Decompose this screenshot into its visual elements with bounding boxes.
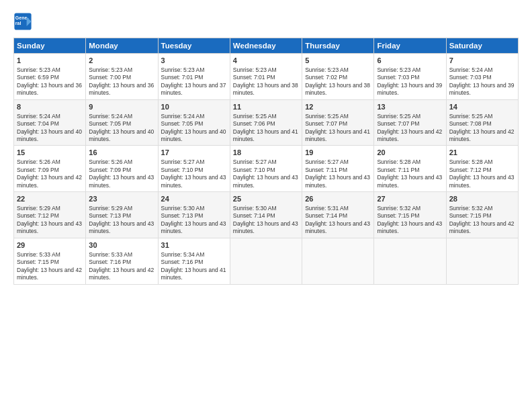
calendar-cell: 7Sunrise: 5:24 AMSunset: 7:03 PMDaylight…	[446, 54, 518, 100]
calendar-cell: 8Sunrise: 5:24 AMSunset: 7:04 PMDaylight…	[14, 99, 86, 146]
day-number: 30	[89, 240, 154, 250]
week-row-4: 22Sunrise: 5:29 AMSunset: 7:12 PMDayligh…	[14, 192, 519, 238]
col-header-friday: Friday	[374, 38, 446, 54]
logo: Gene- ral	[13, 12, 35, 31]
calendar-cell: 14Sunrise: 5:25 AMSunset: 7:08 PMDayligh…	[446, 99, 518, 146]
day-number: 6	[377, 56, 443, 66]
calendar-cell: 23Sunrise: 5:29 AMSunset: 7:13 PMDayligh…	[86, 192, 158, 238]
day-number: 16	[89, 148, 154, 158]
page: Gene- ral SundayMondayTuesdayWednesdayTh…	[0, 0, 532, 411]
day-number: 5	[305, 56, 371, 66]
col-header-sunday: Sunday	[14, 38, 86, 54]
day-number: 15	[17, 148, 83, 158]
day-number: 12	[305, 102, 371, 112]
day-number: 1	[17, 56, 83, 66]
calendar-cell: 13Sunrise: 5:25 AMSunset: 7:07 PMDayligh…	[374, 99, 446, 146]
calendar-cell: 29Sunrise: 5:33 AMSunset: 7:15 PMDayligh…	[14, 238, 86, 284]
calendar-cell: 4Sunrise: 5:23 AMSunset: 7:01 PMDaylight…	[230, 54, 302, 100]
calendar-table: SundayMondayTuesdayWednesdayThursdayFrid…	[13, 38, 519, 285]
day-number: 3	[161, 56, 227, 66]
calendar-cell: 25Sunrise: 5:30 AMSunset: 7:14 PMDayligh…	[230, 192, 302, 238]
calendar-cell: 12Sunrise: 5:25 AMSunset: 7:07 PMDayligh…	[302, 99, 374, 146]
day-number: 25	[233, 194, 299, 204]
calendar-cell: 18Sunrise: 5:27 AMSunset: 7:10 PMDayligh…	[230, 146, 302, 192]
day-number: 19	[305, 148, 371, 158]
calendar-cell: 21Sunrise: 5:28 AMSunset: 7:12 PMDayligh…	[446, 146, 518, 192]
calendar-cell: 16Sunrise: 5:26 AMSunset: 7:09 PMDayligh…	[86, 146, 158, 192]
day-number: 2	[89, 56, 154, 66]
calendar-cell: 9Sunrise: 5:24 AMSunset: 7:05 PMDaylight…	[86, 99, 158, 146]
logo-icon: Gene- ral	[13, 12, 32, 31]
calendar-cell: 24Sunrise: 5:30 AMSunset: 7:13 PMDayligh…	[158, 192, 230, 238]
calendar-cell: 1Sunrise: 5:23 AMSunset: 6:59 PMDaylight…	[14, 54, 86, 100]
calendar-cell: 6Sunrise: 5:23 AMSunset: 7:03 PMDaylight…	[374, 54, 446, 100]
day-number: 21	[449, 148, 515, 158]
calendar-cell: 22Sunrise: 5:29 AMSunset: 7:12 PMDayligh…	[14, 192, 86, 238]
week-row-5: 29Sunrise: 5:33 AMSunset: 7:15 PMDayligh…	[14, 238, 519, 284]
calendar-cell: 3Sunrise: 5:23 AMSunset: 7:01 PMDaylight…	[158, 54, 230, 100]
day-number: 27	[377, 194, 443, 204]
day-number: 28	[449, 194, 515, 204]
calendar-cell	[230, 238, 302, 284]
col-header-saturday: Saturday	[446, 38, 518, 54]
week-row-1: 1Sunrise: 5:23 AMSunset: 6:59 PMDaylight…	[14, 54, 519, 100]
day-number: 23	[89, 194, 154, 204]
calendar-cell: 15Sunrise: 5:26 AMSunset: 7:09 PMDayligh…	[14, 146, 86, 192]
day-number: 14	[449, 102, 515, 112]
col-header-wednesday: Wednesday	[230, 38, 302, 54]
header: Gene- ral	[13, 12, 519, 31]
calendar-cell: 31Sunrise: 5:34 AMSunset: 7:16 PMDayligh…	[158, 238, 230, 284]
day-number: 13	[377, 102, 443, 112]
day-number: 4	[233, 56, 299, 66]
calendar-cell: 20Sunrise: 5:28 AMSunset: 7:11 PMDayligh…	[374, 146, 446, 192]
calendar-cell: 30Sunrise: 5:33 AMSunset: 7:16 PMDayligh…	[86, 238, 158, 284]
calendar-cell: 27Sunrise: 5:32 AMSunset: 7:15 PMDayligh…	[374, 192, 446, 238]
day-number: 20	[377, 148, 443, 158]
calendar-cell	[302, 238, 374, 284]
calendar-cell: 5Sunrise: 5:23 AMSunset: 7:02 PMDaylight…	[302, 54, 374, 100]
calendar-cell	[374, 238, 446, 284]
day-number: 7	[449, 56, 515, 66]
calendar-cell	[446, 238, 518, 284]
col-header-monday: Monday	[86, 38, 158, 54]
calendar-cell: 17Sunrise: 5:27 AMSunset: 7:10 PMDayligh…	[158, 146, 230, 192]
day-number: 10	[161, 102, 227, 112]
calendar-cell: 11Sunrise: 5:25 AMSunset: 7:06 PMDayligh…	[230, 99, 302, 146]
header-row: SundayMondayTuesdayWednesdayThursdayFrid…	[14, 38, 519, 54]
day-number: 31	[161, 240, 227, 250]
day-number: 24	[161, 194, 227, 204]
calendar-cell: 2Sunrise: 5:23 AMSunset: 7:00 PMDaylight…	[86, 54, 158, 100]
day-number: 26	[305, 194, 371, 204]
col-header-thursday: Thursday	[302, 38, 374, 54]
calendar-cell: 28Sunrise: 5:32 AMSunset: 7:15 PMDayligh…	[446, 192, 518, 238]
day-number: 17	[161, 148, 227, 158]
calendar-cell: 26Sunrise: 5:31 AMSunset: 7:14 PMDayligh…	[302, 192, 374, 238]
day-number: 9	[89, 102, 154, 112]
day-number: 18	[233, 148, 299, 158]
day-number: 11	[233, 102, 299, 112]
col-header-tuesday: Tuesday	[158, 38, 230, 54]
day-number: 8	[17, 102, 83, 112]
day-number: 29	[17, 240, 83, 250]
calendar-cell: 19Sunrise: 5:27 AMSunset: 7:11 PMDayligh…	[302, 146, 374, 192]
calendar-cell: 10Sunrise: 5:24 AMSunset: 7:05 PMDayligh…	[158, 99, 230, 146]
week-row-3: 15Sunrise: 5:26 AMSunset: 7:09 PMDayligh…	[14, 146, 519, 192]
svg-text:ral: ral	[15, 21, 21, 26]
day-number: 22	[17, 194, 83, 204]
week-row-2: 8Sunrise: 5:24 AMSunset: 7:04 PMDaylight…	[14, 99, 519, 146]
